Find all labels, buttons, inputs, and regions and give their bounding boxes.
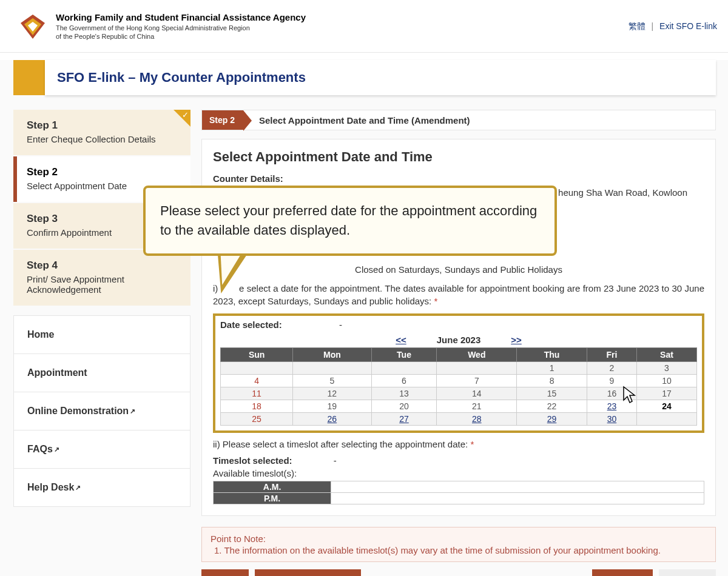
cal-day-header: Thu	[517, 348, 587, 362]
agency-name: Working Family and Student Financial Ass…	[56, 12, 306, 22]
cal-cell: 25	[221, 413, 293, 426]
cal-day-header: Mon	[293, 348, 371, 362]
note-title: Point to Note:	[211, 534, 707, 544]
page-title: SFO E-link – My Counter Appointments	[57, 70, 701, 85]
link-separator: |	[652, 21, 654, 31]
cal-date-link[interactable]: 27	[399, 414, 409, 424]
cal-next-link[interactable]: >>	[511, 335, 522, 345]
cal-cell: 5	[293, 375, 371, 387]
cal-day-header: Sat	[636, 348, 696, 362]
cal-cell: 8	[517, 375, 587, 387]
cal-cell[interactable]: 23	[587, 400, 636, 413]
agency-logo-icon	[18, 12, 47, 41]
cal-cell: 20	[371, 400, 437, 413]
cal-date-link[interactable]: 28	[472, 414, 482, 424]
cal-date-link[interactable]: 29	[547, 414, 557, 424]
cal-day-header: Fri	[587, 348, 636, 362]
cal-day-header: Tue	[371, 348, 437, 362]
available-timeslots-label: Available timeslot(s):	[213, 468, 704, 478]
instruction-ii: ii) Please select a timeslot after selec…	[213, 439, 704, 449]
title-accent	[13, 60, 45, 95]
cal-cell: 15	[517, 387, 587, 400]
lang-toggle-link[interactable]: 繁體	[629, 21, 645, 31]
nav-item-help-desk[interactable]: Help Desk↗	[14, 469, 190, 506]
previous-button[interactable]: Previous	[592, 569, 652, 576]
timeslot-table: A.M. P.M.	[213, 481, 704, 504]
cal-cell: 3	[636, 362, 696, 375]
top-links: 繁體 | Exit SFO E-link	[629, 21, 717, 32]
step-desc: Print/ Save Appointment Acknowledgement	[27, 274, 177, 295]
cal-cell	[437, 362, 517, 375]
left-sidebar: Step 1Enter Cheque Collection DetailsSte…	[13, 110, 190, 576]
nav-item-faqs[interactable]: FAQs↗	[14, 430, 190, 469]
cal-cell: 6	[371, 375, 437, 387]
home-button[interactable]: Home	[201, 569, 249, 576]
check-icon	[174, 110, 190, 127]
cal-date-link[interactable]: 23	[607, 401, 617, 411]
cal-date-link[interactable]: 30	[607, 414, 617, 424]
cal-cell: 1	[517, 362, 587, 375]
cal-cell: 21	[437, 400, 517, 413]
timeslot-pm-body	[331, 493, 704, 504]
exit-link[interactable]: Exit SFO E-link	[659, 21, 717, 31]
button-row: Home Cancel Amendment Previous Reserve	[201, 569, 716, 576]
cal-cell: 17	[636, 387, 696, 400]
date-selected-row: Date selected: -	[220, 320, 697, 330]
wizard-step-1[interactable]: Step 1Enter Cheque Collection Details	[13, 110, 190, 155]
cal-cell: 13	[371, 387, 437, 400]
step-title: Step 2	[27, 166, 177, 178]
cal-cell[interactable]: 26	[293, 413, 371, 426]
top-header: Working Family and Student Financial Ass…	[0, 0, 728, 53]
cal-cell[interactable]: 29	[517, 413, 587, 426]
step-title: Step 4	[27, 260, 177, 272]
calendar-table: SunMonTueWedThuFriSat 123456789101112131…	[220, 347, 697, 426]
cal-prev-link[interactable]: <<	[396, 335, 406, 345]
timeslot-am-header: A.M.	[214, 481, 331, 493]
step-title: Step 1	[27, 119, 177, 132]
step-desc: Enter Cheque Collection Details	[27, 134, 177, 144]
step-header-label: Select Appointment Date and Time (Amendm…	[259, 115, 470, 126]
cal-cell: 7	[437, 375, 517, 387]
nav-item-appointment[interactable]: Appointment	[14, 354, 190, 392]
cal-cell: 16	[587, 387, 636, 400]
step-chip: Step 2	[202, 110, 243, 130]
cal-cell[interactable]: 30	[587, 413, 636, 426]
cal-day-header: Sun	[221, 348, 293, 362]
page-title-bar: SFO E-link – My Counter Appointments	[13, 60, 728, 95]
side-nav: HomeAppointmentOnline Demonstration↗FAQs…	[13, 315, 190, 507]
closed-note: Closed on Saturdays, Sundays and Public …	[213, 264, 704, 275]
date-selected-value: -	[339, 320, 342, 330]
cal-cell[interactable]: 28	[437, 413, 517, 426]
cal-cell	[371, 362, 437, 375]
note-body: 1. The information on the available time…	[211, 545, 707, 555]
timeslot-selected-label: Timeslot selected:	[213, 455, 292, 466]
cal-day-header: Wed	[437, 348, 517, 362]
cancel-amendment-button[interactable]: Cancel Amendment	[255, 569, 361, 576]
required-asterisk: *	[470, 439, 474, 449]
timeslot-selected-value: -	[334, 455, 337, 466]
agency-sub-1: The Government of the Hong Kong Special …	[56, 24, 306, 32]
calendar-nav: << June 2023 >>	[220, 335, 697, 345]
cal-cell[interactable]: 27	[371, 413, 437, 426]
timeslot-selected-row: Timeslot selected: -	[213, 455, 704, 466]
cal-cell: 2	[587, 362, 636, 375]
timeslot-pm-header: P.M.	[214, 493, 331, 504]
logo-block: Working Family and Student Financial Ass…	[18, 12, 306, 41]
instruction-callout: Please select your preferred date for th…	[143, 186, 557, 256]
cal-cell: 10	[636, 375, 696, 387]
nav-item-online-demonstration[interactable]: Online Demonstration↗	[14, 392, 190, 430]
external-link-icon: ↗	[54, 446, 59, 454]
agency-sub-2: of the People's Republic of China	[56, 32, 306, 41]
nav-item-home[interactable]: Home	[14, 316, 190, 354]
reserve-button[interactable]: Reserve	[659, 569, 716, 576]
external-link-icon: ↗	[75, 484, 81, 492]
cal-cell: 4	[221, 375, 293, 387]
cal-date-link[interactable]: 26	[328, 414, 337, 424]
note-box: Point to Note: 1. The information on the…	[201, 527, 716, 562]
instruction-i: i) e select a date for the appointment. …	[213, 282, 704, 307]
panel-heading: Select Appointment Date and Time	[213, 149, 704, 165]
cal-cell	[636, 413, 696, 426]
cal-cell: 12	[293, 387, 371, 400]
wizard-step-4[interactable]: Step 4Print/ Save Appointment Acknowledg…	[13, 250, 190, 306]
external-link-icon: ↗	[130, 407, 135, 415]
